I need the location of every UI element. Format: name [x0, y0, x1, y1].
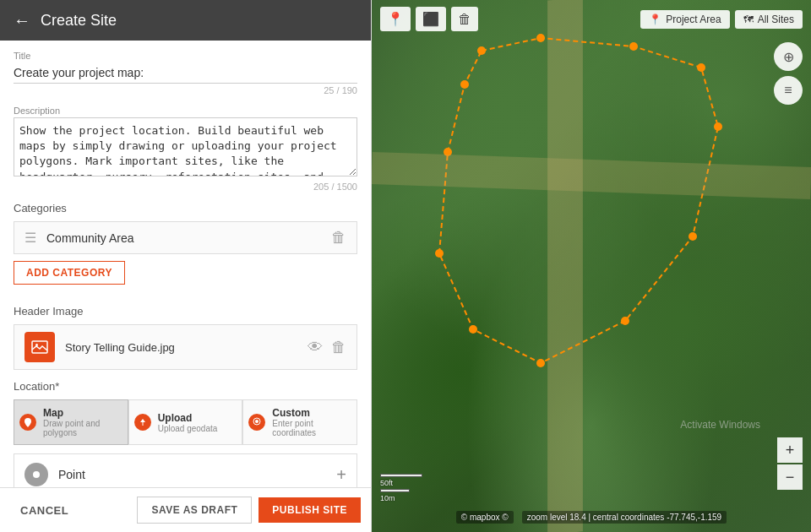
map-tool-delete[interactable]: 🗑 [451, 7, 478, 31]
upload-tab-subtitle: Upload geodata [158, 424, 218, 433]
upload-tab-title: Upload [158, 412, 218, 424]
description-field-group: Description Show the project location. B… [14, 106, 357, 192]
zoom-out-button[interactable]: − [777, 464, 803, 490]
location-icon: 📍 [649, 14, 661, 25]
layers-button[interactable]: ≡ [774, 76, 803, 105]
panel-footer: CANCEL SAVE AS DRAFT PUBLISH SITE [0, 487, 371, 532]
cancel-button[interactable]: CANCEL [10, 497, 79, 524]
tab-upload[interactable]: Upload Upload geodata [128, 399, 243, 445]
delete-category-icon[interactable]: 🗑 [331, 229, 346, 247]
map-background: 📍 ⬛ 🗑 📍 Project Area 🗺 All Sites [372, 0, 811, 532]
map-watermark: Activate Windows [680, 419, 760, 431]
map-toolbar-right: 📍 Project Area 🗺 All Sites [640, 10, 803, 29]
map-attribution: © mapbox © zoom level 18.4 | central coo… [372, 511, 811, 524]
layers-icon: 🗺 [743, 14, 754, 25]
map-controls-right: ⊕ ≡ [774, 42, 803, 105]
save-draft-button[interactable]: SAVE AS DRAFT [137, 497, 252, 524]
map-tab-subtitle: Draw point and polygons [43, 419, 122, 437]
location-tabs: Map Draw point and polygons Upload Uploa… [14, 399, 357, 445]
image-thumbnail [24, 332, 55, 362]
custom-tab-subtitle: Enter point coordinates [272, 419, 351, 437]
publish-button[interactable]: PUBLISH SITE [259, 497, 361, 523]
svg-point-11 [714, 122, 722, 131]
map-panel[interactable]: 📍 ⬛ 🗑 📍 Project Area 🗺 All Sites [372, 0, 811, 532]
image-filename: Story Telling Guide.jpg [65, 341, 308, 354]
location-section: Location* Map Draw point and polygons [14, 380, 357, 487]
point-icon [24, 463, 48, 486]
drag-icon[interactable]: ☰ [24, 230, 36, 246]
map-toolbar-left: 📍 ⬛ 🗑 [380, 7, 478, 31]
back-button[interactable]: ← [14, 11, 30, 30]
scale-10m [380, 489, 410, 492]
svg-point-18 [460, 80, 469, 89]
add-category-button[interactable]: ADD CATEGORY [14, 261, 125, 285]
description-label: Description [14, 106, 357, 116]
delete-image-icon[interactable]: 🗑 [331, 339, 346, 356]
header-image-label: Header Image [14, 305, 357, 318]
tab-map[interactable]: Map Draw point and polygons [14, 399, 128, 445]
map-tab-text: Map Draw point and polygons [43, 407, 122, 437]
custom-tab-text: Custom Enter point coordinates [272, 407, 351, 437]
svg-point-9 [629, 42, 638, 51]
point-item: Point + [14, 453, 357, 487]
title-label: Title [14, 51, 357, 61]
scale-50ft-label: 50ft [380, 479, 422, 487]
category-item: ☰ Community Area 🗑 [14, 221, 357, 254]
preview-icon[interactable]: 👁 [308, 339, 323, 356]
location-label: Location* [14, 380, 357, 393]
description-input[interactable]: Show the project location. Build beautif… [14, 117, 357, 176]
left-panel: ← Create Site Title 25 / 190 Description… [0, 0, 372, 532]
all-sites-label: All Sites [758, 14, 794, 25]
panel-title: Create Site [41, 12, 117, 30]
svg-point-12 [689, 232, 697, 241]
add-point-button[interactable]: + [336, 465, 346, 485]
point-label: Point [58, 468, 336, 481]
categories-label: Categories [14, 202, 357, 214]
description-char-count: 205 / 1500 [14, 182, 357, 192]
project-area-tag[interactable]: 📍 Project Area [640, 10, 729, 29]
title-char-count: 25 / 190 [14, 85, 357, 95]
categories-section: Categories ☰ Community Area 🗑 ADD CATEGO… [14, 202, 357, 295]
map-zoom-info: zoom level 18.4 | central coordinates -7… [522, 511, 727, 524]
scale-50ft [380, 474, 422, 477]
map-zoom-controls: + − [777, 437, 803, 490]
custom-tab-icon [248, 414, 265, 431]
map-scale-bar: 50ft 10m [380, 474, 422, 502]
svg-point-15 [469, 325, 477, 334]
mapbox-logo: © mapbox © [456, 511, 514, 524]
svg-point-8 [536, 34, 545, 42]
panel-header: ← Create Site [0, 0, 371, 41]
svg-point-5 [33, 471, 40, 478]
title-input[interactable] [14, 62, 357, 84]
svg-point-13 [621, 317, 629, 325]
all-sites-tag[interactable]: 🗺 All Sites [735, 10, 803, 29]
image-item: Story Telling Guide.jpg 👁 🗑 [14, 324, 357, 370]
custom-tab-title: Custom [272, 407, 351, 419]
scale-10m-label: 10m [380, 494, 422, 502]
header-image-section: Header Image Story Telling Guide.jpg 👁 🗑 [14, 305, 357, 370]
map-toolbar: 📍 ⬛ 🗑 📍 Project Area 🗺 All Sites [372, 7, 811, 31]
category-name: Community Area [46, 231, 331, 245]
svg-point-10 [697, 63, 705, 72]
title-field-group: Title 25 / 190 [14, 51, 357, 95]
panel-content: Title 25 / 190 Description Show the proj… [0, 41, 371, 487]
compass-button[interactable]: ⊕ [774, 42, 803, 71]
map-tool-polygon[interactable]: ⬛ [416, 7, 446, 31]
svg-point-14 [536, 359, 545, 367]
map-tab-title: Map [43, 407, 122, 419]
upload-tab-text: Upload Upload geodata [158, 412, 218, 433]
svg-point-16 [435, 249, 444, 258]
svg-point-3 [255, 420, 259, 423]
map-polygon-overlay [372, 0, 811, 532]
tab-custom[interactable]: Custom Enter point coordinates [242, 399, 357, 445]
svg-point-17 [444, 148, 452, 156]
zoom-in-button[interactable]: + [777, 437, 803, 463]
map-tool-pin[interactable]: 📍 [380, 7, 411, 31]
project-area-label: Project Area [666, 14, 721, 25]
image-actions: 👁 🗑 [308, 339, 346, 356]
upload-tab-icon [134, 414, 151, 431]
svg-point-7 [477, 46, 486, 55]
map-tab-icon [19, 414, 36, 431]
